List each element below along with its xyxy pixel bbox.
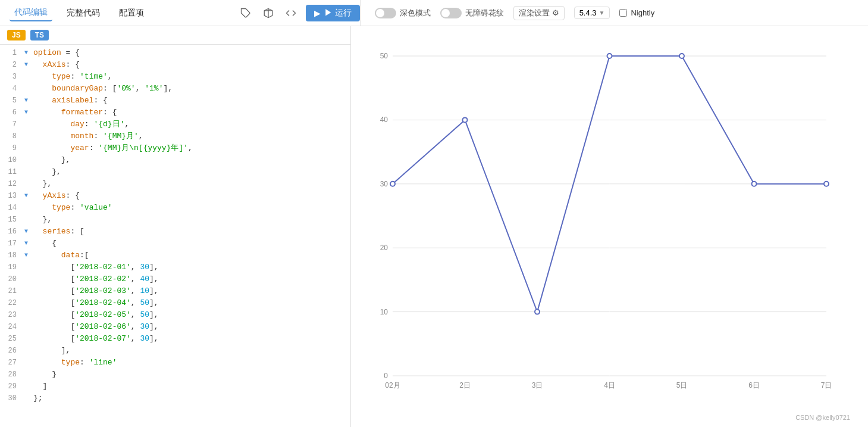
- fold-arrow: [21, 214, 31, 226]
- lang-tabs: JS TS: [0, 26, 350, 45]
- code-line-11: 11 },: [0, 166, 350, 178]
- tab-code-edit[interactable]: 代码编辑: [10, 5, 52, 21]
- code-line-19: 19 ['2018-02-01', 30],: [0, 261, 350, 273]
- code-line-30: 30};: [0, 392, 350, 404]
- line-content: series: [: [31, 226, 350, 238]
- line-number: 27: [0, 357, 21, 369]
- fold-arrow: [21, 142, 31, 154]
- code-line-13: 13▼ yAxis: {: [0, 190, 350, 202]
- code-line-21: 21 ['2018-02-03', 10],: [0, 285, 350, 297]
- code-line-12: 12 },: [0, 178, 350, 190]
- line-number: 5: [0, 95, 21, 107]
- ts-tab[interactable]: TS: [30, 30, 49, 40]
- fold-arrow: [21, 166, 31, 178]
- line-number: 15: [0, 214, 21, 226]
- line-number: 3: [0, 71, 21, 83]
- line-content: }: [31, 369, 350, 381]
- line-content: ],: [31, 345, 350, 357]
- line-content: ['2018-02-07', 30],: [31, 333, 350, 345]
- line-content: },: [31, 154, 350, 166]
- run-button[interactable]: ▶ ▶ 运行: [306, 5, 360, 21]
- code-line-14: 14 type: 'value': [0, 202, 350, 214]
- line-content: month: '{MM}月',: [31, 130, 350, 142]
- line-number: 11: [0, 166, 21, 178]
- fold-arrow[interactable]: ▼: [21, 250, 31, 261]
- line-content: type: 'value': [31, 202, 350, 214]
- line-number: 14: [0, 202, 21, 214]
- line-content: };: [31, 392, 350, 404]
- code-line-1: 1▼option = {: [0, 47, 350, 59]
- fold-arrow[interactable]: ▼: [21, 190, 31, 202]
- code-line-22: 22 ['2018-02-04', 50],: [0, 297, 350, 309]
- version-value: 5.4.3: [579, 8, 597, 17]
- fold-arrow[interactable]: ▼: [21, 226, 31, 238]
- line-content: },: [31, 178, 350, 190]
- nightly-checkbox-group: Nightly: [619, 8, 654, 17]
- fold-arrow: [21, 119, 31, 130]
- line-number: 10: [0, 154, 21, 166]
- code-line-6: 6▼ formatter: {: [0, 107, 350, 119]
- line-content: ['2018-02-06', 30],: [31, 321, 350, 333]
- code-line-17: 17▼ {: [0, 238, 350, 250]
- line-content: ['2018-02-03', 10],: [31, 285, 350, 297]
- line-number: 9: [0, 142, 21, 154]
- no-flower-toggle[interactable]: [440, 8, 462, 18]
- fold-arrow[interactable]: ▼: [21, 59, 31, 71]
- main-content: JS TS 1▼option = {2▼ xAxis: {3 type: 'ti…: [0, 26, 868, 427]
- tab-full-code[interactable]: 完整代码: [62, 5, 105, 21]
- chart-area: [363, 38, 850, 412]
- line-content: option = {: [31, 47, 350, 59]
- code-line-26: 26 ],: [0, 345, 350, 357]
- line-content: ]: [31, 381, 350, 392]
- fold-arrow: [21, 321, 31, 333]
- line-number: 29: [0, 381, 21, 392]
- code-line-23: 23 ['2018-02-05', 50],: [0, 309, 350, 321]
- editor-icon-group: ▶ ▶ 运行: [238, 5, 360, 21]
- line-content: ['2018-02-02', 40],: [31, 273, 350, 285]
- code-editor[interactable]: 1▼option = {2▼ xAxis: {3 type: 'time',4 …: [0, 45, 350, 427]
- line-content: data:[: [31, 250, 350, 261]
- nightly-checkbox[interactable]: [619, 9, 627, 17]
- code-line-4: 4 boundaryGap: ['0%', '1%'],: [0, 83, 350, 95]
- fold-arrow: [21, 369, 31, 381]
- fold-arrow: [21, 154, 31, 166]
- code-line-24: 24 ['2018-02-06', 30],: [0, 321, 350, 333]
- code-line-7: 7 day: '{d}日',: [0, 119, 350, 130]
- chevron-down-icon: ▼: [599, 10, 605, 16]
- line-number: 28: [0, 369, 21, 381]
- tab-config[interactable]: 配置项: [114, 5, 149, 21]
- credit-text: CSDN @kelly0721: [363, 412, 850, 421]
- cube-icon[interactable]: [261, 5, 276, 21]
- line-content: {: [31, 238, 350, 250]
- line-content: xAxis: {: [31, 59, 350, 71]
- line-number: 17: [0, 238, 21, 250]
- code-line-29: 29 ]: [0, 381, 350, 392]
- chart-panel: CSDN @kelly0721: [351, 26, 868, 427]
- nightly-label[interactable]: Nightly: [631, 8, 654, 17]
- fold-arrow[interactable]: ▼: [21, 95, 31, 107]
- render-settings[interactable]: 渲染设置 ⚙: [513, 6, 565, 20]
- version-select[interactable]: 5.4.3 ▼: [574, 7, 610, 19]
- fold-arrow: [21, 333, 31, 345]
- fold-arrow: [21, 83, 31, 95]
- dark-mode-toggle[interactable]: [375, 8, 396, 18]
- fold-arrow: [21, 392, 31, 404]
- fold-arrow[interactable]: ▼: [21, 47, 31, 59]
- code-icon[interactable]: [283, 5, 299, 21]
- fold-arrow[interactable]: ▼: [21, 107, 31, 119]
- line-number: 23: [0, 309, 21, 321]
- line-content: ['2018-02-05', 50],: [31, 309, 350, 321]
- puzzle-icon[interactable]: [238, 5, 253, 21]
- code-panel: JS TS 1▼option = {2▼ xAxis: {3 type: 'ti…: [0, 26, 351, 427]
- line-number: 6: [0, 107, 21, 119]
- code-line-5: 5▼ axisLabel: {: [0, 95, 350, 107]
- line-number: 26: [0, 345, 21, 357]
- js-tab[interactable]: JS: [7, 30, 26, 40]
- line-number: 4: [0, 83, 21, 95]
- line-number: 1: [0, 47, 21, 59]
- line-content: year: '{MM}月\n[{yyyy}年]',: [31, 142, 350, 154]
- fold-arrow[interactable]: ▼: [21, 238, 31, 250]
- fold-arrow: [21, 178, 31, 190]
- fold-arrow: [21, 261, 31, 273]
- no-flower-toggle-group: 无障碍花纹: [440, 8, 504, 18]
